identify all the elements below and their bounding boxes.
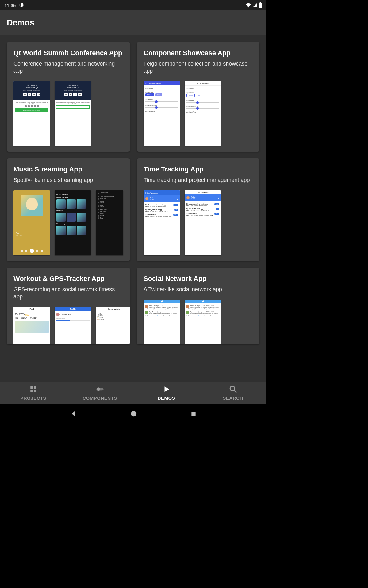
recents-button[interactable] — [190, 411, 197, 418]
card-title: Music Streaming App — [13, 165, 123, 174]
screenshot-thumbnail: Jira Worklogs Today2h 25m▸ Hold awesome … — [185, 190, 221, 255]
content-scroll[interactable]: Qt World Summit Conference App Conferenc… — [0, 35, 266, 382]
nav-components[interactable]: COMPONENTS — [67, 382, 133, 404]
demo-card-music-streaming[interactable]: Music Streaming App Spotify-like music s… — [7, 158, 130, 261]
card-description: Felgo component collection and showcase … — [144, 60, 253, 75]
svg-point-12 — [131, 411, 136, 417]
screenshot-thumbnail: RoarKaty Perry — [13, 190, 50, 255]
demo-card-time-tracking[interactable]: Time Tracking App Time tracking and proj… — [137, 158, 259, 261]
svg-line-11 — [234, 390, 236, 393]
demo-card-workout-gps[interactable]: Workout & GPS-Tracker App GPS-recording … — [7, 268, 130, 344]
page-title: Demos — [7, 18, 34, 28]
svg-rect-7 — [34, 390, 36, 392]
cell-signal-icon — [252, 3, 257, 8]
screenshot-thumbnail: Feed Alex Leutgoeb Who's the boss? 😊💪 Ti… — [13, 307, 50, 344]
screenshot-thumbnail: The Future isWritten with QtBerlin, Germ… — [13, 81, 50, 146]
screenshot-row: Feed Alex Leutgoeb Who's the boss? 😊💪 Ti… — [13, 307, 123, 344]
app-bar: Demos — [0, 10, 266, 35]
screenshot-thumbnail: Bill Morefield @bmorefield · 1/20/16 17:… — [185, 300, 221, 344]
search-icon — [229, 385, 237, 394]
screenshot-thumbnail: UI Components AppSwitch AppButtonNormalF… — [185, 81, 221, 146]
screenshot-thumbnail: Bill Morefield @bmorefieldWeird snow so … — [144, 300, 180, 344]
nav-label: SEARCH — [223, 395, 243, 401]
nav-label: COMPONENTS — [82, 395, 117, 401]
card-description: Conference management and networking app — [13, 60, 123, 75]
nav-demos[interactable]: DEMOS — [133, 382, 200, 404]
card-title: Qt World Summit Conference App — [13, 49, 123, 57]
back-button[interactable] — [70, 410, 77, 419]
card-description: Spotify-like music streaming app — [13, 177, 123, 184]
android-status-bar: 11:35 — [0, 0, 266, 10]
nav-projects[interactable]: PROJECTS — [0, 382, 67, 404]
card-description: Time tracking and project management app — [144, 177, 253, 184]
projects-icon — [29, 385, 37, 394]
svg-point-9 — [97, 387, 100, 391]
screenshot-row: ≡ UI Components AppSwitch AppButtonNORMA… — [144, 81, 253, 146]
screenshot-row: ≡ Jira Worklogs Today2h 25m▸ Hold awesom… — [144, 190, 253, 255]
card-title: Social Network App — [144, 274, 253, 283]
screenshot-thumbnail: ≡ UI Components AppSwitch AppButtonNORMA… — [144, 81, 180, 146]
svg-rect-6 — [30, 390, 33, 392]
do-not-disturb-icon — [19, 2, 24, 8]
home-button[interactable] — [130, 410, 137, 418]
screenshot-thumbnail: Select activity 🏃 Run🚴 Ride🏊 Swim🛶 Canoe — [96, 307, 130, 344]
android-system-nav — [0, 404, 266, 425]
screenshot-thumbnail: Silent CrafterArtist Smart Passive Incom… — [96, 190, 123, 255]
screenshot-thumbnail: ≡ Jira Worklogs Today2h 25m▸ Hold awesom… — [144, 190, 180, 255]
card-description: A Twitter-like social network app — [144, 286, 253, 293]
card-description: GPS-recording and social network fitness… — [13, 286, 123, 300]
demo-card-social-network[interactable]: Social Network App A Twitter-like social… — [137, 268, 259, 344]
battery-icon — [259, 2, 262, 8]
toggle-icon — [96, 385, 104, 394]
svg-rect-5 — [34, 386, 36, 389]
screenshot-row: The Future isWritten with QtBerlin, Germ… — [13, 81, 123, 146]
play-icon — [163, 385, 171, 394]
svg-rect-2 — [259, 3, 262, 8]
svg-point-10 — [230, 386, 235, 391]
screenshot-row: RoarKaty Perry Good morning Made for you… — [13, 190, 123, 255]
svg-rect-13 — [191, 412, 195, 416]
nav-search[interactable]: SEARCH — [200, 382, 266, 404]
bottom-navigation: PROJECTS COMPONENTS DEMOS SEARCH — [0, 382, 266, 404]
demo-card-qt-world-summit[interactable]: Qt World Summit Conference App Conferenc… — [7, 42, 130, 152]
screenshot-thumbnail: Good morning Made for you Popular Pop so… — [55, 190, 91, 255]
nav-label: PROJECTS — [20, 395, 46, 401]
screenshot-thumbnail: The Future isWritten with QtBerlin, Germ… — [55, 81, 91, 146]
card-title: Component Showcase App — [144, 49, 253, 57]
screenshot-row: Bill Morefield @bmorefieldWeird snow so … — [144, 300, 253, 344]
nav-label: DEMOS — [158, 395, 175, 401]
screenshot-thumbnail: Profile Guenther Teufl Weekly progress — [55, 307, 91, 344]
card-title: Workout & GPS-Tracker App — [13, 274, 123, 283]
card-title: Time Tracking App — [144, 165, 253, 174]
svg-rect-4 — [30, 386, 33, 389]
wifi-icon — [246, 3, 251, 8]
status-time: 11:35 — [4, 3, 16, 8]
svg-rect-3 — [260, 2, 261, 3]
demo-card-component-showcase[interactable]: Component Showcase App Felgo component c… — [137, 42, 259, 152]
